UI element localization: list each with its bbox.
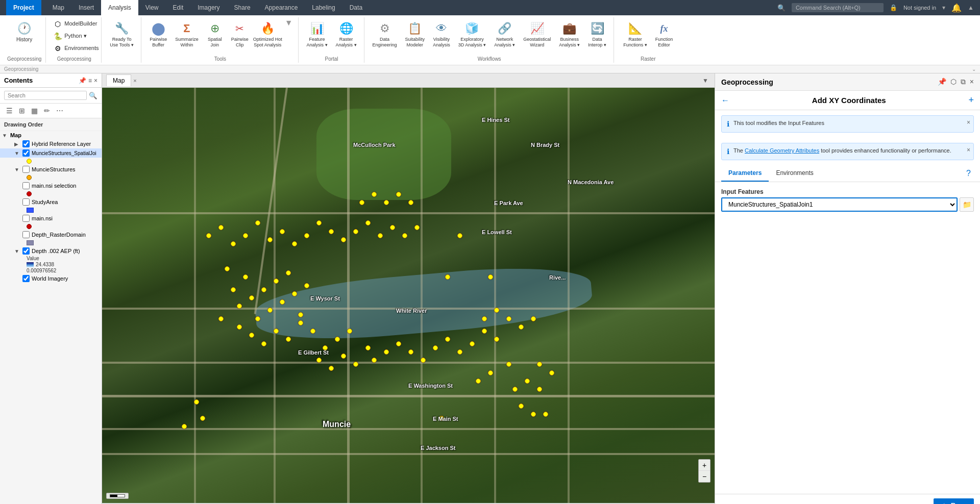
tab-data[interactable]: Data	[342, 0, 370, 15]
geo-info-close-2[interactable]: ×	[967, 146, 970, 154]
geo-help-button[interactable]: ?	[963, 165, 974, 182]
user-icon[interactable]: ▾	[942, 4, 945, 11]
notifications-icon[interactable]: 🔔	[951, 3, 962, 13]
map-tab[interactable]: Map	[106, 74, 131, 86]
muncie-sj-symbol	[0, 159, 102, 164]
map-collapse-icon[interactable]: ▼	[702, 77, 708, 84]
dot-2	[231, 287, 236, 292]
project-button[interactable]: Project	[6, 0, 41, 15]
map-expand-icon[interactable]: ▼	[2, 133, 8, 138]
input-features-select[interactable]: MuncieStructures_SpatialJoin1	[721, 197, 958, 212]
muncie-struct-checkbox[interactable]	[22, 166, 30, 173]
hybrid-expand[interactable]: ▶	[14, 141, 20, 147]
geo-float-icon[interactable]: ⧉	[961, 78, 966, 86]
raster-analysis-button[interactable]: 🌐 RasterAnalysis ▾	[333, 18, 360, 50]
pairwise-clip-button[interactable]: ✂ PairwiseClip	[228, 18, 252, 50]
close-contents-icon[interactable]: ×	[94, 77, 97, 84]
geo-pin-icon[interactable]: 📌	[938, 78, 946, 86]
depth-aep-checkbox[interactable]	[22, 247, 30, 255]
input-features-browse-btn[interactable]: 📁	[960, 197, 974, 212]
history-button[interactable]: 🕐 History	[13, 18, 36, 45]
geo-info-close-1[interactable]: ×	[967, 119, 970, 126]
python-button[interactable]: 🐍 Python ▾	[51, 31, 88, 42]
ribbon-expand-btn[interactable]: ⌄	[972, 66, 976, 72]
spatial-join-button[interactable]: ⊕ SpatialJoin	[204, 18, 226, 50]
layer-item-muncie-spatialjoin[interactable]: ▼ MuncieStructures_SpatialJoi	[0, 148, 102, 158]
tab-map[interactable]: Map	[45, 0, 71, 15]
function-editor-button[interactable]: fx FunctionEditor	[652, 18, 676, 50]
geo-info-link[interactable]: Calculate Geometry Attributes	[745, 147, 819, 154]
tools-scroll-btn[interactable]: ▼	[284, 18, 294, 28]
map-view[interactable]: McCulloch Park E Hines St N Brady St N M…	[102, 88, 715, 503]
suitability-modeler-button[interactable]: 📋 SuitabilityModeler	[402, 18, 428, 50]
geo-add-button[interactable]: +	[968, 95, 974, 106]
contents-search-button[interactable]: 🔍	[89, 92, 97, 99]
layer-item-nsi-selection[interactable]: main.nsi selection	[0, 181, 102, 190]
depth-raster-checkbox[interactable]	[22, 231, 30, 238]
layer-item-muncie-structures[interactable]: ▼ MuncieStructures	[0, 165, 102, 174]
optimized-hot-button[interactable]: 🔥 Optimized HotSpot Analysis	[254, 18, 282, 50]
ribbon: 🕐 History Geoprocessing ⬡ ModelBuilder 🐍	[0, 15, 980, 73]
pin-icon[interactable]: 📌	[79, 77, 86, 84]
layer-item-studyarea[interactable]: StudyArea	[0, 197, 102, 207]
tab-imagery[interactable]: Imagery	[190, 0, 227, 15]
column-view-btn[interactable]: ⊞	[17, 106, 27, 116]
main-nsi-checkbox[interactable]	[22, 215, 30, 222]
data-interop-button[interactable]: 🔄 DataInterop ▾	[585, 18, 609, 50]
layer-item-main-nsi[interactable]: main.nsi	[0, 214, 102, 223]
geoprocessing-panel: Geoprocessing 📌 ⬡ ⧉ × ← Add XY Coordinat…	[715, 73, 980, 504]
geo-tab-environments[interactable]: Environments	[769, 165, 820, 182]
modelbuilder-button[interactable]: ⬡ ModelBuilder	[51, 18, 97, 30]
data-engineering-button[interactable]: ⚙ DataEngineering	[370, 18, 400, 50]
command-search-input[interactable]	[792, 3, 884, 12]
raster-functions-button[interactable]: 📐 RasterFunctions ▾	[620, 18, 650, 50]
run-button[interactable]: ▶ Run	[934, 498, 974, 504]
collapse-icon[interactable]: ▲	[968, 4, 974, 11]
draw-btn[interactable]: ✏	[42, 106, 52, 116]
hybrid-ref-checkbox[interactable]	[22, 140, 30, 147]
muncie-struct-expand[interactable]: ▼	[14, 167, 20, 172]
filter-btn[interactable]: ▦	[29, 106, 40, 116]
ready-to-use-button[interactable]: 🔧 Ready ToUse Tools ▾	[107, 18, 137, 50]
tab-analysis[interactable]: Analysis	[101, 0, 138, 15]
tab-view[interactable]: View	[138, 0, 166, 15]
road-v2	[274, 88, 276, 503]
geostatistical-button[interactable]: 📈 GeostatisticalWizard	[520, 18, 554, 50]
geo-tab-parameters[interactable]: Parameters	[721, 165, 769, 182]
business-analysis-button[interactable]: 💼 BusinessAnalysis ▾	[556, 18, 583, 50]
dot-16	[237, 324, 242, 330]
geo-close-icon[interactable]: ×	[970, 78, 974, 86]
summarize-within-button[interactable]: Σ SummarizeWithin	[172, 18, 202, 50]
contents-menu-icon[interactable]: ≡	[88, 77, 92, 84]
visibility-analysis-button[interactable]: 👁 VisibilityAnalysis	[430, 18, 453, 50]
world-imagery-checkbox[interactable]	[22, 275, 30, 282]
tab-appearance[interactable]: Appearance	[258, 0, 305, 15]
layer-item-depth-aep[interactable]: ▼ Depth .002 AEP (ft)	[0, 246, 102, 256]
muncie-sj-checkbox[interactable]	[22, 149, 30, 157]
tab-labeling[interactable]: Labeling	[305, 0, 342, 15]
suitability-modeler-icon: 📋	[407, 20, 423, 37]
geo-back-button[interactable]: ←	[721, 96, 729, 105]
zoom-out-btn[interactable]: −	[699, 471, 710, 482]
contents-search-input[interactable]	[4, 91, 87, 100]
layer-item-world-imagery[interactable]: World Imagery	[0, 274, 102, 283]
environments-button[interactable]: ⚙ Environments	[51, 43, 97, 54]
more-options-btn[interactable]: ⋯	[54, 106, 65, 116]
network-analysis-button[interactable]: 🔗 NetworkAnalysis ▾	[491, 18, 518, 50]
tab-insert[interactable]: Insert	[71, 0, 101, 15]
nsi-sel-checkbox[interactable]	[22, 182, 30, 189]
tab-share[interactable]: Share	[227, 0, 258, 15]
exploratory-3d-button[interactable]: 🧊 Exploratory3D Analysis ▾	[455, 18, 489, 50]
geo-expand-icon[interactable]: ⬡	[950, 78, 957, 86]
list-view-btn[interactable]: ☰	[4, 106, 15, 116]
studyarea-checkbox[interactable]	[22, 198, 30, 206]
layer-item-map[interactable]: ▼ Map	[0, 131, 102, 139]
pairwise-buffer-button[interactable]: ⬤ PairwiseBuffer	[146, 18, 170, 50]
layer-item-depth-raster[interactable]: Depth_RasterDomain	[0, 230, 102, 239]
zoom-in-btn[interactable]: +	[699, 460, 710, 471]
tab-edit[interactable]: Edit	[166, 0, 191, 15]
layer-item-hybrid-ref[interactable]: ▶ Hybrid Reference Layer	[0, 139, 102, 148]
feature-analysis-button[interactable]: 📊 FeatureAnalysis ▾	[304, 18, 331, 50]
depth-aep-expand[interactable]: ▼	[14, 248, 20, 254]
muncie-sj-expand[interactable]: ▼	[14, 150, 20, 156]
